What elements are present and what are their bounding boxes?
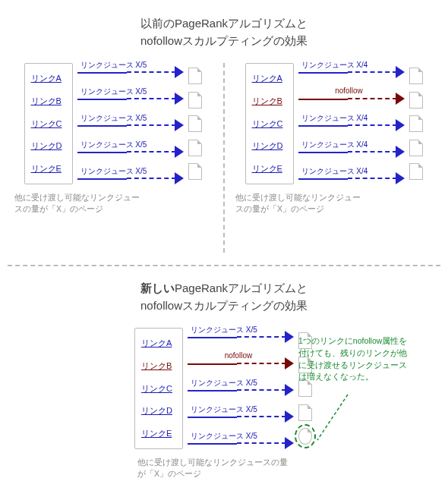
arrow-juice-label: リンクジュース X/5 xyxy=(80,113,176,124)
old-algorithm-row: リンクAリンクBリンクCリンクDリンクEリンクジュース X/5リンクジュース X… xyxy=(11,63,437,253)
vertical-divider xyxy=(223,63,225,253)
link-label: リンクA xyxy=(141,338,176,349)
target-page xyxy=(409,163,423,180)
arrow: リンクジュース X/5 xyxy=(77,116,184,131)
title-old-line2: nofollowスカルプティングの効果 xyxy=(140,34,308,47)
link-label: リンクC xyxy=(31,118,66,130)
arrows-group: リンクジュース X/4nofollowリンクジュース X/4リンクジュース X/… xyxy=(298,63,405,184)
source-page: リンクAリンクBリンクCリンクDリンクE xyxy=(24,63,73,184)
arrow-juice-label: リンクジュース X/5 xyxy=(80,140,176,150)
panel-top-right: リンクAリンクBリンクCリンクDリンクEリンクジュース X/4nofollowリ… xyxy=(245,63,424,184)
link-label: リンクB xyxy=(31,96,66,107)
target-page xyxy=(188,163,202,180)
link-label: リンクE xyxy=(252,163,287,175)
panel-top-left-wrap: リンクAリンクBリンクCリンクDリンクEリンクジュース X/5リンクジュース X… xyxy=(11,63,216,214)
target-page xyxy=(188,140,202,156)
panel-bottom: リンクAリンクBリンクCリンクDリンクEリンクジュース X/5nofollowリ… xyxy=(134,328,314,449)
arrows-group: リンクジュース X/5nofollowリンクジュース X/5リンクジュース X/… xyxy=(188,328,294,449)
source-page: リンクAリンクBリンクCリンクDリンクE xyxy=(245,63,294,184)
arrow-juice-label: リンクジュース X/5 xyxy=(80,86,176,97)
arrow-juice-label: リンクジュース X/4 xyxy=(301,166,397,177)
link-label: リンクD xyxy=(31,140,66,152)
title-new-line2: nofollowスカルプティングの効果 xyxy=(140,299,308,312)
arrow-juice-label: リンクジュース X/4 xyxy=(301,113,397,124)
arrow: リンクジュース X/4 xyxy=(298,143,405,158)
target-page xyxy=(188,68,202,84)
arrow: リンクジュース X/5 xyxy=(77,169,184,184)
panel-top-right-wrap: リンクAリンクBリンクCリンクDリンクEリンクジュース X/4nofollowリ… xyxy=(232,63,437,214)
arrow: リンクジュース X/4 xyxy=(298,116,405,131)
link-label: リンクC xyxy=(141,383,176,395)
arrow: リンクジュース X/5 xyxy=(188,407,294,423)
arrow: リンクジュース X/5 xyxy=(188,328,294,343)
arrow: リンクジュース X/5 xyxy=(77,143,184,158)
arrow-juice-label: リンクジュース X/4 xyxy=(301,60,397,71)
arrows-group: リンクジュース X/5リンクジュース X/5リンクジュース X/5リンクジュース… xyxy=(77,63,184,184)
arrow: リンクジュース X/5 xyxy=(77,90,184,105)
source-page: リンクAリンクBリンクCリンクDリンクE xyxy=(134,328,183,449)
target-pages xyxy=(188,63,203,184)
caption-top-right: 他に受け渡し可能なリンクジュースの量が「X」のページ xyxy=(235,192,364,214)
title-new-em: 新しい xyxy=(140,281,175,294)
link-label: リンクA xyxy=(31,73,66,84)
arrow: リンクジュース X/4 xyxy=(298,169,405,184)
arrow: nofollow xyxy=(188,354,294,369)
target-page xyxy=(298,428,312,445)
target-page xyxy=(188,92,202,108)
title-new: 新しいPageRankアルゴリズムと nofollowスカルプティングの効果 xyxy=(11,280,437,314)
arrow-juice-label: nofollow xyxy=(301,86,397,95)
link-label: リンクB xyxy=(252,96,287,107)
arrow: リンクジュース X/5 xyxy=(188,381,294,396)
arrow-juice-label: リンクジュース X/5 xyxy=(191,404,286,415)
caption-bottom: 他に受け渡し可能なリンクジュースの量が「X」のページ xyxy=(137,457,289,479)
arrow-juice-label: リンクジュース X/5 xyxy=(80,60,176,71)
target-page xyxy=(298,404,312,421)
target-pages xyxy=(409,63,424,184)
link-label: リンクE xyxy=(141,428,176,439)
caption-top-left: 他に受け渡し可能なリンクジュースの量が「X」のページ xyxy=(14,192,144,214)
title-new-line1: PageRankアルゴリズムと xyxy=(175,281,308,294)
title-old-line1: 以前のPageRankアルゴリズムと xyxy=(140,17,308,30)
arrow-juice-label: nofollow xyxy=(191,351,286,360)
link-label: リンクA xyxy=(252,73,287,84)
arrow-juice-label: リンクジュース X/4 xyxy=(301,140,397,150)
callout-connector xyxy=(314,395,359,440)
arrow: リンクジュース X/5 xyxy=(77,63,184,78)
link-label: リンクD xyxy=(141,405,176,417)
arrow-juice-label: リンクジュース X/5 xyxy=(191,431,286,442)
target-page xyxy=(409,140,423,156)
horizontal-divider xyxy=(8,265,440,266)
arrow-juice-label: リンクジュース X/5 xyxy=(191,378,286,388)
new-algorithm-row: リンクAリンクBリンクCリンクDリンクEリンクジュース X/5nofollowリ… xyxy=(11,328,437,479)
link-label: リンクC xyxy=(252,118,287,130)
arrow-juice-label: リンクジュース X/5 xyxy=(191,325,286,335)
target-page xyxy=(409,68,423,84)
arrow: リンクジュース X/4 xyxy=(298,63,405,78)
arrow: nofollow xyxy=(298,90,405,105)
callout-text: 1つのリンクにnofollow属性を付けても、残りのリンクが他に受け渡せるリンク… xyxy=(298,335,412,383)
panel-top-left: リンクAリンクBリンクCリンクDリンクEリンクジュース X/5リンクジュース X… xyxy=(24,63,203,184)
link-label: リンクD xyxy=(252,140,287,152)
link-label: リンクE xyxy=(31,163,66,175)
title-old: 以前のPageRankアルゴリズムと nofollowスカルプティングの効果 xyxy=(11,15,437,49)
target-page xyxy=(409,92,423,108)
link-label: リンクB xyxy=(141,360,176,372)
arrow-juice-label: リンクジュース X/5 xyxy=(80,166,176,177)
arrow: リンクジュース X/5 xyxy=(188,434,294,449)
target-page xyxy=(188,115,202,132)
target-page xyxy=(409,115,423,132)
